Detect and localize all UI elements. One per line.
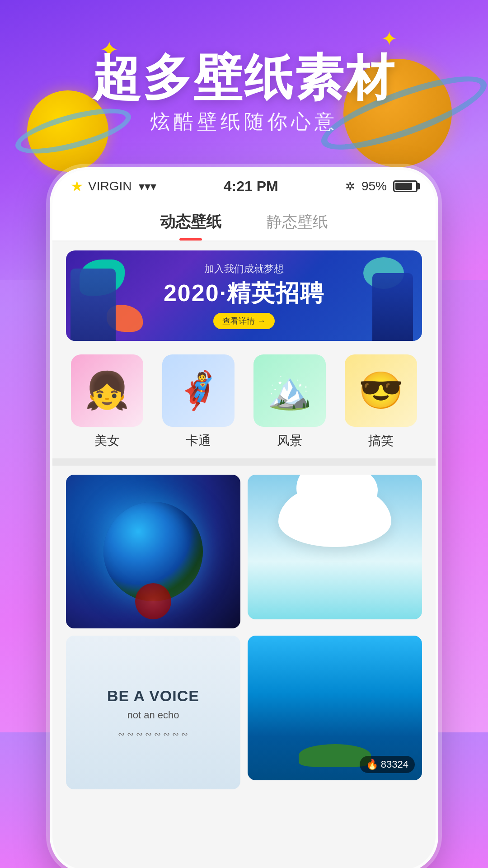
banner-cta-button[interactable]: 查看详情 → (213, 313, 274, 329)
banner-main-text: 2020·精英招聘 (164, 278, 324, 309)
bluetooth-icon: ✲ (345, 179, 355, 193)
tab-dynamic[interactable]: 动态壁纸 (160, 212, 221, 241)
status-right: ✲ 95% (345, 179, 418, 193)
category-beauty-label: 美女 (94, 432, 120, 449)
category-nature[interactable]: 🏔️ 风景 (249, 354, 331, 449)
category-funny-label: 搞笑 (368, 432, 394, 449)
category-cartoon-thumb: 🦸 (162, 354, 235, 427)
tabs-row: 动态壁纸 静态壁纸 (52, 203, 436, 241)
wallpaper-sky[interactable] (248, 475, 422, 619)
tab-static[interactable]: 静态壁纸 (267, 212, 328, 241)
wifi-icon: ▾▾▾ (139, 179, 156, 193)
status-time: 4:21 PM (224, 178, 278, 195)
status-star-icon: ★ (70, 178, 84, 195)
category-beauty[interactable]: 👧 美女 (66, 354, 148, 449)
section-divider (52, 458, 436, 466)
quote-sub-text: not an echo (127, 709, 179, 721)
wallpaper-ocean[interactable]: 🔥 83324 (248, 636, 422, 780)
banner-subtitle: 加入我们成就梦想 (164, 262, 324, 276)
hero-subtitle: 炫酷壁纸随你心意 (0, 108, 488, 135)
battery-icon (393, 180, 418, 192)
earth-moon (135, 583, 171, 619)
status-carrier: VIRGIN (88, 179, 131, 193)
cloud-shape (278, 484, 391, 547)
status-left: ★ VIRGIN ▾▾▾ (70, 178, 156, 195)
quote-birds: ∾ ∾ ∾ ∾ ∾ ∾ ∾ ∾ (118, 729, 188, 739)
wallpaper-earth[interactable] (66, 475, 240, 628)
wallpaper-quote[interactable]: BE A VOICE not an echo ∾ ∾ ∾ ∾ ∾ ∾ ∾ ∾ (66, 636, 240, 789)
categories-grid: 👧 美女 🦸 卡通 🏔️ 风景 😎 搞笑 (66, 354, 422, 449)
category-beauty-thumb: 👧 (71, 354, 143, 427)
category-funny[interactable]: 😎 搞笑 (340, 354, 422, 449)
category-cartoon[interactable]: 🦸 卡通 (157, 354, 239, 449)
battery-fill (395, 183, 412, 190)
phone-frame: ★ VIRGIN ▾▾▾ 4:21 PM ✲ 95% 动态壁纸 静态壁纸 (50, 167, 438, 868)
fire-icon: 🔥 (366, 759, 378, 770)
phone-content: 加入我们成就梦想 2020·精英招聘 查看详情 → 👧 美女 🦸 卡通 🏔️ 风… (52, 241, 436, 807)
category-funny-thumb: 😎 (345, 354, 417, 427)
category-nature-thumb: 🏔️ (253, 354, 326, 427)
hero-title: 超多壁纸素材 (0, 45, 488, 111)
banner-figure-left (70, 269, 116, 341)
battery-percent: 95% (361, 179, 387, 193)
hot-count-badge: 🔥 83324 (360, 756, 415, 773)
banner-text: 加入我们成就梦想 2020·精英招聘 查看详情 → (164, 262, 324, 329)
category-cartoon-label: 卡通 (186, 432, 211, 449)
hot-count: 83324 (381, 759, 408, 770)
status-bar: ★ VIRGIN ▾▾▾ 4:21 PM ✲ 95% (52, 170, 436, 203)
category-nature-label: 风景 (277, 432, 302, 449)
quote-main-text: BE A VOICE (107, 686, 199, 706)
promo-banner[interactable]: 加入我们成就梦想 2020·精英招聘 查看详情 → (66, 250, 422, 341)
banner-figure-right (372, 273, 413, 341)
wallpaper-grid: BE A VOICE not an echo ∾ ∾ ∾ ∾ ∾ ∾ ∾ ∾ 🔥… (66, 475, 422, 798)
